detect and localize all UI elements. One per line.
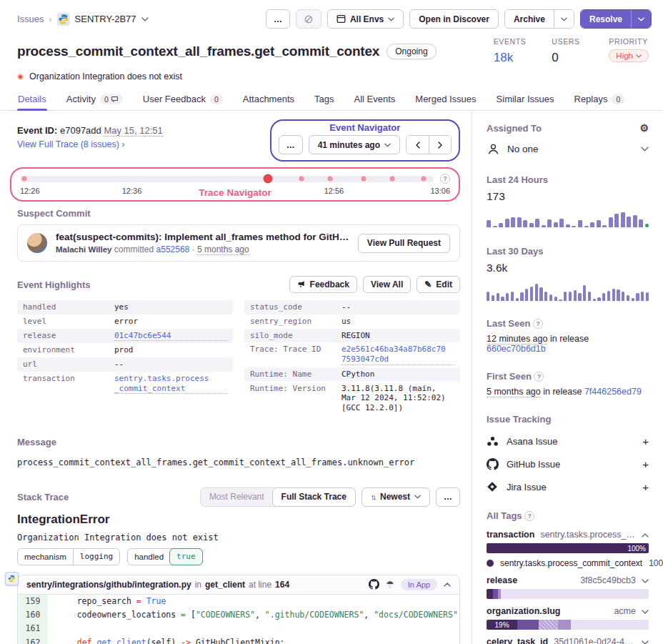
highlight-row-transaction: transactionsentry.tasks.process _commit_… [17,372,233,397]
last-seen-release-link[interactable]: 660ec70b6d1b [487,344,546,354]
highlight-value[interactable]: 01c47bc6e544 [114,331,227,342]
pencil-icon: ✎ [424,279,432,289]
tab-activity[interactable]: Activity0 [66,91,124,110]
chart-bar [497,293,499,301]
archive-dropdown-button[interactable] [554,10,574,28]
tab-replays[interactable]: Replays0 [574,91,626,110]
tab-all-events[interactable]: All Events [354,91,397,110]
add-asana-issue-button[interactable]: + [642,435,649,447]
trace-event-dot[interactable] [361,177,366,182]
tag-header: release3f8c5c49bcb3 [487,575,649,585]
chevron-down-icon[interactable] [141,17,149,21]
stat-events-value[interactable]: 18k [494,51,527,65]
tab-tags[interactable]: Tags [314,91,334,110]
culprit-text: Organization Integration does not exist [29,71,182,81]
chevron-down-icon [561,17,567,21]
trace-timeline-track[interactable] [20,176,434,182]
current-event-dot[interactable] [264,174,273,184]
sidebar: Assigned To ⚙ No one Last 24 Hours 173 L… [472,111,663,644]
add-jira-issue-button[interactable]: + [642,481,649,493]
tab-badge: 0 [210,94,223,104]
codecov-icon[interactable]: ☂ [386,579,394,590]
breadcrumb-issue-id[interactable]: SENTRY-2B77 [75,14,136,24]
priority-badge[interactable]: High [609,49,649,62]
trace-event-dot[interactable] [421,177,426,182]
trace-event-dot[interactable] [390,177,395,182]
highlight-value[interactable]: sentry.tasks.process _commit_context [114,374,227,395]
status-badge[interactable]: Ongoing [387,44,436,59]
previous-event-button[interactable] [407,136,429,154]
first-seen-release-link[interactable]: 7f446256ed79 [584,387,642,397]
trace-event-dot[interactable] [21,177,26,182]
tab-similar-issues[interactable]: Similar Issues [496,91,555,110]
tab-label: Tags [314,94,334,104]
stat-users-value[interactable]: 0 [552,51,583,65]
archive-button[interactable]: Archive [505,10,554,28]
view-all-button[interactable]: View All [363,276,411,293]
view-full-trace-link[interactable]: View Full Trace (8 issues) › [17,139,125,149]
resolve-button[interactable]: Resolve [581,10,631,28]
breadcrumb-issues-link[interactable]: Issues [17,14,44,24]
feedback-button[interactable]: Feedback [289,276,357,293]
chevron-down-icon[interactable] [642,610,649,614]
tag-distribution-bar[interactable] [487,589,649,599]
commit-sha-link[interactable]: a552568 [156,244,190,254]
pill-handled[interactable]: handledtrue [127,548,202,565]
tab-user-feedback[interactable]: User Feedback0 [142,91,224,110]
event-timestamp[interactable]: May 15, 12:51 [104,125,162,137]
frame-header[interactable]: sentry/integrations/github/integration.p… [18,575,459,595]
chart-bar [633,215,637,228]
pill-mechanism[interactable]: mechanismlogging [17,548,120,565]
tracking-label: Jira Issue [507,482,547,492]
help-icon[interactable]: ? [440,174,450,184]
event-navigator-annotation: Event Navigator … 41 minutes ago [270,119,460,162]
chart-bar [621,212,625,227]
view-pull-request-button[interactable]: View Pull Request [358,234,450,253]
tracking-row-asana-issue[interactable]: Asana Issue+ [487,435,649,447]
open-in-discover-button[interactable]: Open in Discover [409,9,499,29]
mute-button[interactable] [296,9,321,29]
tab-attachments[interactable]: Attachments [242,91,295,110]
more-actions-button[interactable]: … [266,9,290,29]
add-github-issue-button[interactable]: + [642,458,649,470]
tag-segment-pct: 19% [495,621,509,629]
tracking-row-github-issue[interactable]: GitHub Issue+ [487,458,649,470]
tag-distribution-bar[interactable]: 100% [487,543,649,553]
chevron-down-icon[interactable] [642,640,649,644]
event-more-button[interactable]: … [279,135,303,154]
tag-distribution-bar[interactable]: 19% [487,620,649,630]
tab-details[interactable]: Details [17,91,47,110]
sort-newest-dropdown[interactable]: ↑↓ Newest [362,487,430,507]
content: Event ID: e7097add May 15, 12:51 View Fu… [0,111,663,644]
tag-legend-row[interactable]: sentry.tasks.process_commit_context100% [487,558,649,568]
stack-trace-more-button[interactable]: … [436,487,460,507]
info-icon: ? [534,372,544,382]
tab-merged-issues[interactable]: Merged Issues [414,91,477,110]
highlight-row-status-code: status_code-- [244,300,460,314]
chart-bar [622,292,624,301]
highlight-value[interactable]: e2e561c46ba34a87b68c70 7593047c0d [342,345,454,365]
full-stack-trace-segment[interactable]: Full Stack Trace [272,487,356,507]
trace-event-dot[interactable] [328,177,333,182]
environment-filter-button[interactable]: All Envs [327,9,404,29]
next-event-button[interactable] [429,136,451,154]
code-text: codeowners_locations = ["CODEOWNERS", ".… [48,608,460,622]
trace-event-dot[interactable] [299,177,304,182]
first-seen-age: 5 months ago [487,387,541,397]
edit-button[interactable]: ✎ Edit [417,276,460,293]
github-icon[interactable] [369,579,379,590]
chevron-up-icon[interactable] [444,583,451,587]
resolve-dropdown-button[interactable] [631,10,651,28]
chart-bar [614,214,619,227]
event-age-dropdown[interactable]: 41 minutes ago [309,135,400,154]
tracking-row-jira-issue[interactable]: Jira Issue+ [487,481,649,493]
highlight-key: handled [23,302,114,312]
highlight-key: status_code [250,302,342,312]
chart-bar [590,222,594,228]
gear-icon[interactable]: ⚙ [639,122,649,134]
assignee-selector[interactable]: No one [487,142,649,156]
tag-key: transaction [487,530,534,540]
chevron-up-icon[interactable] [642,533,649,538]
chevron-down-icon[interactable] [642,579,649,583]
most-relevant-segment[interactable]: Most Relevant [201,492,273,502]
